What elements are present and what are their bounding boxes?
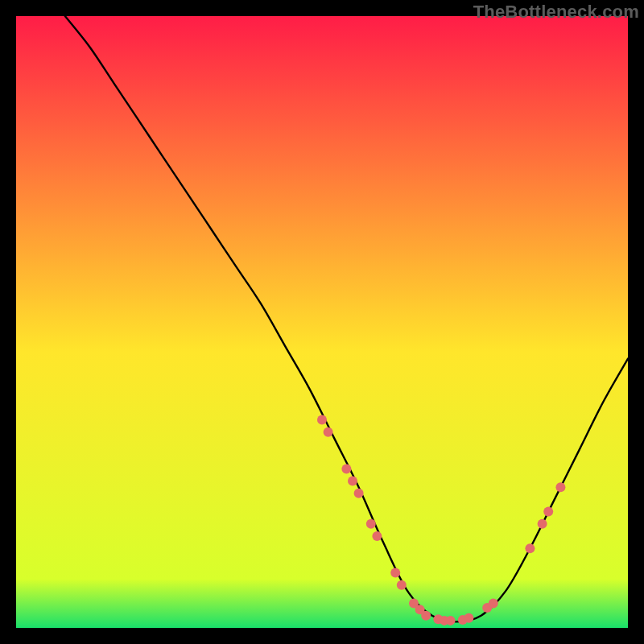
data-marker (538, 519, 547, 529)
data-marker (525, 543, 535, 553)
data-marker (421, 611, 431, 621)
data-marker (341, 464, 351, 473)
data-marker (555, 482, 565, 492)
chart-frame (16, 16, 628, 628)
data-marker (543, 507, 553, 517)
data-marker (464, 613, 473, 623)
data-marker (366, 519, 376, 529)
data-marker (324, 427, 333, 437)
data-marker (489, 599, 498, 609)
watermark-label: TheBottleneck.com (473, 2, 639, 23)
data-marker (372, 531, 382, 541)
data-marker (446, 616, 456, 625)
data-marker (397, 580, 407, 590)
data-marker (390, 568, 400, 578)
data-marker (317, 415, 327, 425)
data-marker (348, 477, 357, 486)
bottleneck-chart (16, 16, 628, 628)
data-marker (354, 489, 364, 498)
